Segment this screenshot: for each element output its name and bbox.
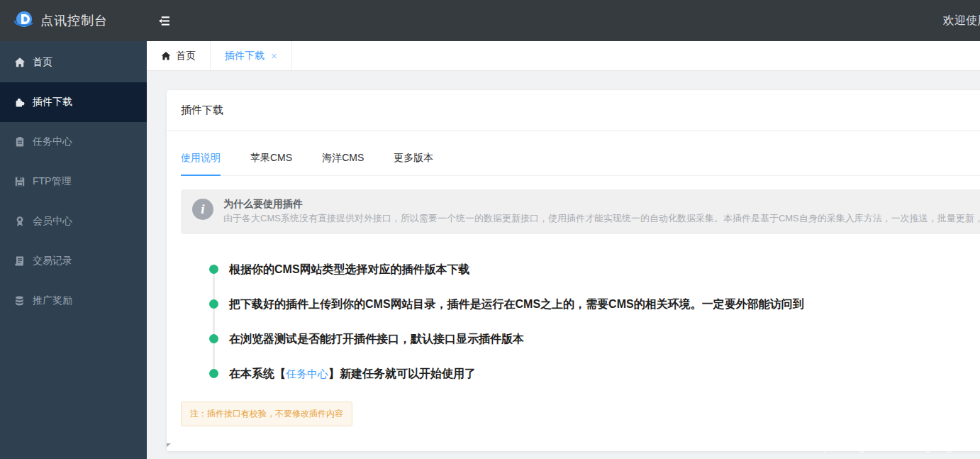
step-text: 把下载好的插件上传到你的CMS网站目录，插件是运行在CMS之上的，需要CMS的相… — [229, 297, 804, 312]
clipboard-icon — [14, 136, 26, 148]
sidebar-nav: 首页 插件下载 任务中心 — [0, 41, 147, 459]
medal-icon — [14, 216, 26, 227]
tab-label: 首页 — [176, 50, 196, 62]
sidebar-item-ftp[interactable]: FTP管理 — [0, 162, 147, 201]
collapse-menu-icon[interactable] — [152, 9, 176, 33]
content-region: 插件下载 使用说明 苹果CMS 海洋CMS 更多版本 i 为什么要使用插件 由于… — [147, 71, 980, 458]
step-item: 在本系统【任务中心】新建任务就可以开始使用了 — [209, 366, 980, 382]
close-icon[interactable]: × — [271, 50, 277, 61]
step-text-prefix: 在本系统【 — [229, 367, 286, 380]
sidebar-item-member-center[interactable]: 会员中心 — [0, 201, 147, 241]
tab-label: 插件下载 — [225, 50, 265, 62]
sidebar-item-label: 推广奖励 — [33, 294, 72, 307]
sidebar-item-task-center[interactable]: 任务中心 — [0, 122, 147, 162]
tab-instructions[interactable]: 使用说明 — [181, 152, 221, 175]
receipt-icon — [14, 255, 26, 267]
sidebar-item-label: FTP管理 — [33, 175, 71, 188]
tab-maccms[interactable]: 苹果CMS — [250, 152, 292, 175]
step-text: 在浏览器测试是否能打开插件接口，默认接口显示插件版本 — [229, 331, 524, 347]
info-title: 为什么要使用插件 — [223, 197, 980, 211]
sidebar-item-transactions[interactable]: 交易记录 — [0, 241, 147, 281]
step-text-suffix: 】新建任务就可以开始使用了 — [328, 367, 476, 380]
main-area: 首页 插件下载 × 插件下载 使用说明 苹果CMS 海洋CMS 更多版本 i 为… — [147, 41, 980, 459]
card-title: 插件下载 — [167, 90, 980, 131]
plugin-download-card: 插件下载 使用说明 苹果CMS 海洋CMS 更多版本 i 为什么要使用插件 由于… — [167, 90, 980, 451]
bullet-dot-icon — [209, 334, 218, 343]
step-text: 在本系统【任务中心】新建任务就可以开始使用了 — [229, 366, 476, 382]
floppy-disk-icon — [14, 176, 26, 187]
content-tabs: 使用说明 苹果CMS 海洋CMS 更多版本 — [181, 152, 980, 176]
tab-more-versions[interactable]: 更多版本 — [394, 152, 433, 175]
bullet-dot-icon — [209, 369, 218, 378]
tab-home[interactable]: 首页 — [147, 41, 211, 70]
info-body: 由于各大CMS系统没有直接提供对外接口，所以需要一个统一的数据更新接口，使用插件… — [223, 211, 980, 226]
page-tab-bar: 首页 插件下载 × — [147, 41, 980, 71]
tab-plugin-download[interactable]: 插件下载 × — [211, 41, 292, 70]
sidebar-item-label: 交易记录 — [33, 255, 72, 267]
sidebar-item-referral-rewards[interactable]: 推广奖励 — [0, 281, 147, 321]
dianxun-logo-icon — [13, 10, 34, 31]
task-center-link[interactable]: 任务中心 — [286, 367, 328, 380]
resize-handle-artifact — [167, 443, 171, 447]
step-text: 根据你的CMS网站类型选择对应的插件版本下载 — [229, 262, 470, 277]
welcome-text: 欢迎使用 — [943, 13, 980, 28]
sidebar-item-home[interactable]: 首页 — [0, 43, 147, 82]
app-title: 点讯控制台 — [40, 12, 108, 29]
home-icon — [161, 51, 171, 61]
sidebar-item-label: 会员中心 — [33, 215, 72, 228]
sidebar-item-label: 插件下载 — [33, 96, 72, 109]
top-header: 点讯控制台 欢迎使用 — [0, 0, 980, 41]
step-item: 把下载好的插件上传到你的CMS网站目录，插件是运行在CMS之上的，需要CMS的相… — [209, 297, 980, 331]
sidebar-item-label: 首页 — [33, 56, 52, 69]
home-icon — [14, 57, 26, 68]
sidebar-item-plugin-download[interactable]: 插件下载 — [0, 82, 147, 122]
warning-note: 注：插件接口有校验，不要修改插件内容 — [181, 402, 352, 426]
app-logo[interactable]: 点讯控制台 — [0, 10, 147, 31]
info-icon: i — [192, 199, 213, 220]
watermark-text: https://blog.csdn.net/longfeng1234 — [812, 441, 976, 453]
step-item: 根据你的CMS网站类型选择对应的插件版本下载 — [209, 262, 980, 297]
step-item: 在浏览器测试是否能打开插件接口，默认接口显示插件版本 — [209, 331, 980, 366]
bullet-dot-icon — [209, 299, 218, 309]
steps-timeline: 根据你的CMS网站类型选择对应的插件版本下载 把下载好的插件上传到你的CMS网站… — [209, 262, 980, 382]
sidebar-item-label: 任务中心 — [33, 136, 72, 148]
tab-seacms[interactable]: 海洋CMS — [322, 152, 364, 175]
coins-icon — [14, 295, 26, 306]
puzzle-icon — [14, 96, 26, 108]
info-callout: i 为什么要使用插件 由于各大CMS系统没有直接提供对外接口，所以需要一个统一的… — [181, 189, 980, 234]
bullet-dot-icon — [209, 265, 218, 274]
